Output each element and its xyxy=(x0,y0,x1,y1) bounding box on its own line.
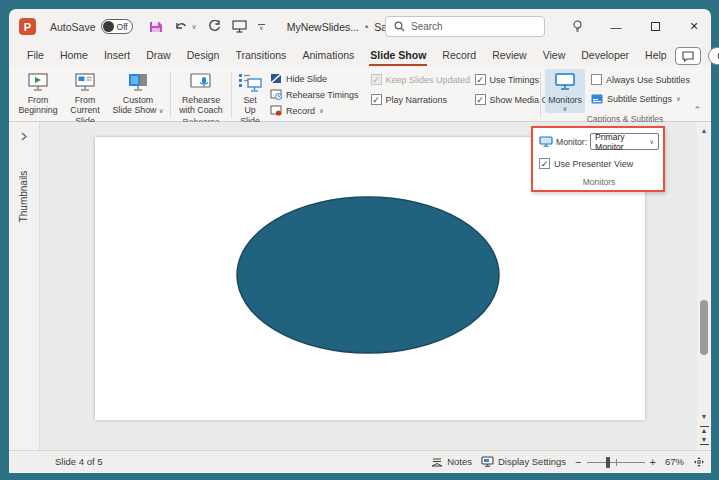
tab-draw[interactable]: Draw xyxy=(138,45,179,67)
always-use-subtitles-checkbox[interactable]: ✓ Always Use Subtitles xyxy=(591,74,690,85)
tab-insert[interactable]: Insert xyxy=(96,45,138,67)
monitor-label: Monitor: xyxy=(556,137,587,147)
monitors-button[interactable]: Monitors ∨ xyxy=(545,69,585,113)
start-slideshow-qat-icon[interactable] xyxy=(232,20,247,33)
keep-slides-updated-label: Keep Slides Updated xyxy=(386,75,471,85)
tab-home[interactable]: Home xyxy=(52,45,96,67)
tab-review[interactable]: Review xyxy=(484,45,534,67)
autosave-toggle[interactable]: Off xyxy=(101,19,133,34)
lightbulb-icon[interactable] xyxy=(564,16,590,38)
use-timings-label: Use Timings xyxy=(490,75,540,85)
subtitle-settings-chevron-icon: ∨ xyxy=(676,95,681,103)
next-slide-button[interactable]: ▼ xyxy=(700,437,709,446)
hide-slide-button[interactable]: Hide Slide xyxy=(270,72,359,85)
scrollbar-thumb[interactable] xyxy=(700,300,708,355)
hide-slide-label: Hide Slide xyxy=(286,74,327,84)
checkbox-icon: ✓ xyxy=(371,94,382,105)
tab-transitions[interactable]: Transitions xyxy=(227,45,294,67)
zoom-out-button[interactable]: − xyxy=(575,456,581,468)
group-captions-subtitles: Monitors ∨ ✓ Always Use Subtitles Subtit… xyxy=(545,69,705,121)
undo-chevron-icon[interactable]: ∨ xyxy=(192,23,197,31)
record-slideshow-icon xyxy=(270,105,282,116)
thumbnails-pane-collapsed[interactable]: Thumbnails xyxy=(9,122,40,450)
zoom-slider-thumb[interactable] xyxy=(606,457,610,468)
next-slide-bar xyxy=(700,444,709,445)
save-icon[interactable] xyxy=(149,20,163,34)
fit-to-window-icon xyxy=(693,456,705,468)
subtitle-settings-button[interactable]: Subtitle Settings ∨ xyxy=(591,92,690,105)
display-settings-button[interactable]: Display Settings xyxy=(481,456,566,467)
tab-animations[interactable]: Animations xyxy=(294,45,362,67)
tab-slide-show[interactable]: Slide Show xyxy=(362,45,434,67)
expand-thumbnails-chevron-icon[interactable] xyxy=(20,132,28,141)
zoom-slider-track[interactable] xyxy=(587,457,645,467)
display-settings-icon xyxy=(481,456,494,467)
slide-indicator[interactable]: Slide 4 of 5 xyxy=(55,456,103,467)
custom-slide-show-icon xyxy=(126,71,150,93)
notes-button[interactable]: Notes xyxy=(431,456,472,467)
customize-qat-icon[interactable]: ∨ xyxy=(258,24,265,30)
rehearse-with-coach-button[interactable]: Rehearse with Coach xyxy=(175,69,227,116)
zoom-in-button[interactable]: + xyxy=(650,456,656,468)
rehearse-with-coach-label: Rehearse with Coach xyxy=(177,95,225,116)
play-narrations-label: Play Narrations xyxy=(386,95,448,105)
record-slideshow-label: Record xyxy=(286,106,315,116)
custom-slide-show-button[interactable]: Custom Slide Show ∨ xyxy=(110,69,166,126)
minimize-button[interactable]: — xyxy=(603,16,629,38)
rehearse-with-coach-icon xyxy=(189,71,213,93)
undo-icon[interactable] xyxy=(174,20,188,33)
zoom-slider[interactable]: − + xyxy=(575,456,656,468)
tab-row-actions: Record Share ∨ xyxy=(675,47,719,67)
tab-record[interactable]: Record xyxy=(434,45,484,67)
fit-to-window-button[interactable] xyxy=(693,456,705,468)
checkbox-icon: ✓ xyxy=(539,158,550,169)
monitors-icon xyxy=(554,71,576,93)
rehearse-timings-label: Rehearse Timings xyxy=(286,90,359,100)
collapse-ribbon-icon[interactable]: ⌃ xyxy=(693,105,701,115)
ellipse-shape[interactable] xyxy=(237,197,499,353)
monitor-dropdown[interactable]: Primary Monitor ∨ xyxy=(590,133,659,150)
monitors-label: Monitors xyxy=(548,95,582,105)
record-button[interactable]: Record xyxy=(708,47,719,65)
group-divider xyxy=(231,72,232,118)
use-presenter-view-checkbox[interactable]: ✓ Use Presenter View xyxy=(539,158,659,169)
tab-design[interactable]: Design xyxy=(179,45,228,67)
scroll-up-icon[interactable]: ▲ xyxy=(701,126,708,136)
tab-view[interactable]: View xyxy=(535,45,574,67)
monitor-select-row: Monitor: Primary Monitor ∨ xyxy=(539,133,659,150)
comment-icon xyxy=(682,51,694,62)
powerpoint-window: P AutoSave Off ∨ ∨ xyxy=(9,9,711,473)
previous-slide-button[interactable]: ▲ xyxy=(700,425,709,434)
status-bar: Slide 4 of 5 Notes Display Settings − + … xyxy=(9,450,711,472)
from-beginning-icon xyxy=(27,71,49,93)
maximize-button[interactable] xyxy=(642,16,668,38)
search-input[interactable]: Search xyxy=(385,16,545,37)
window-controls: — ✕ xyxy=(564,9,707,44)
close-button[interactable]: ✕ xyxy=(681,16,707,38)
rehearse-timings-button[interactable]: Rehearse Timings xyxy=(270,88,359,101)
tab-developer[interactable]: Developer xyxy=(573,45,637,67)
ribbon-tab-row: File Home Insert Draw Design Transitions… xyxy=(9,44,711,67)
redo-icon[interactable] xyxy=(208,20,221,33)
search-placeholder: Search xyxy=(411,21,443,32)
vertical-scrollbar[interactable]: ▲ ▼ ▲ ▼ xyxy=(697,122,711,450)
from-current-slide-button[interactable]: From Current Slide xyxy=(60,69,110,126)
tab-help[interactable]: Help xyxy=(637,45,675,67)
checkbox-icon: ✓ xyxy=(371,74,382,85)
play-narrations-checkbox[interactable]: ✓ Play Narrations xyxy=(371,94,463,105)
autosave-control[interactable]: AutoSave Off xyxy=(50,19,133,34)
zoom-percent[interactable]: 67% xyxy=(665,456,684,467)
from-beginning-button[interactable]: From Beginning xyxy=(16,69,60,126)
tab-file[interactable]: File xyxy=(19,45,52,67)
keep-slides-updated-checkbox: ✓ Keep Slides Updated xyxy=(371,74,463,85)
record-slideshow-button[interactable]: Record ∨ xyxy=(270,104,359,117)
comments-button[interactable] xyxy=(675,47,701,65)
slider-center-tick xyxy=(616,459,617,466)
group-set-up: Set Up Slide Show Hide Slide Rehearse Ti… xyxy=(236,69,536,121)
search-icon xyxy=(394,21,405,32)
group-start-slide-show: From Beginning From Current Slide Custom… xyxy=(16,69,166,121)
always-use-subtitles-label: Always Use Subtitles xyxy=(606,75,690,85)
toggle-knob xyxy=(103,21,114,32)
powerpoint-app-icon[interactable]: P xyxy=(19,18,36,35)
scroll-down-icon[interactable]: ▼ xyxy=(701,412,708,422)
